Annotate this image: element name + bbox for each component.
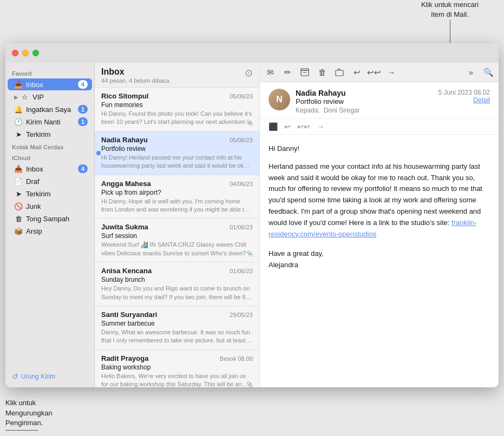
sidebar-item-icloud-inbox[interactable]: 📥 Inbox 4 [8, 163, 92, 175]
title-bar [5, 43, 499, 63]
archive-icon: 📦 [14, 227, 23, 235]
mail-preview: Hey Danny, Do you and Rigo want to come … [101, 285, 253, 301]
vip-chevron: ▶ [14, 94, 18, 100]
inbox-badge: 4 [78, 80, 88, 89]
mail-item[interactable]: Juwita Sukma 01/06/23 Surf session Weeke… [95, 219, 259, 262]
sidebar-sent-label: Terkirim [26, 130, 88, 138]
reply-all-icon[interactable]: ↩↩ [369, 68, 379, 77]
icloud-inbox-badge: 4 [78, 164, 88, 173]
mail-sender: Radit Prayoga [101, 354, 148, 362]
archive-toolbar-icon[interactable] [300, 68, 310, 77]
mini-forward-icon[interactable]: → [317, 122, 324, 131]
mini-reply-icon[interactable]: ↩ [284, 122, 291, 131]
filter-button[interactable]: ⊙ [245, 67, 253, 79]
svg-rect-3 [336, 70, 343, 76]
sidebar-item-archive[interactable]: 📦 Arsip [8, 225, 92, 237]
sidebar-item-sent[interactable]: ➤ Terkirim [8, 128, 92, 140]
mail-list-title: Inbox [101, 67, 169, 77]
fullscreen-button[interactable] [32, 50, 39, 56]
more-icon[interactable]: » [466, 68, 476, 77]
sidebar-item-icloud-draft[interactable]: 📄 Draf [8, 175, 92, 187]
mail-list-subtitle: 44 pesan, 4 belum dibaca [101, 77, 169, 84]
minimize-button[interactable] [22, 50, 29, 56]
mail-subject: Sunday brunch [101, 276, 253, 283]
sidebar-trash-label: Tong Sampah [26, 215, 88, 223]
sidebar: Favorit 📥 Inbox 4 ▶ ☆ VIP 🔔 Ingatkan Say… [5, 63, 95, 387]
reply-icon[interactable]: ↩ [352, 68, 362, 77]
forward-icon[interactable]: → [387, 68, 396, 77]
mail-item[interactable]: Rico Sitompul 05/06/23 Fun memories Hi D… [95, 88, 259, 131]
sender-avatar: N [269, 89, 290, 110]
sidebar-archive-label: Arsip [26, 227, 88, 235]
sidebar-item-trash[interactable]: 🗑 Tong Sampah [8, 213, 92, 224]
sidebar-item-inbox[interactable]: 📥 Inbox 4 [8, 78, 92, 90]
sidebar-icloud-inbox-label: Inbox [26, 165, 78, 173]
close-button[interactable] [12, 50, 18, 56]
mail-item[interactable]: Radit Prayoga Besok 08.00 Baking worksho… [95, 350, 259, 387]
sidebar-item-vip[interactable]: ▶ ☆ VIP [8, 91, 92, 103]
mail-item[interactable]: Nadia Rahayu 05/06/23 Portfolio review H… [95, 131, 259, 175]
mail-sender: Nadia Rahayu [101, 136, 148, 144]
body-greeting: Hi Danny! [269, 143, 490, 155]
mail-preview: Weekend Surf 🏄 IN SANTA CRUZ Glassy wave… [101, 241, 253, 257]
sidebar-item-junk[interactable]: 🚫 Junk [8, 200, 92, 212]
mail-list-header: Inbox 44 pesan, 4 belum dibaca ⊙ [95, 63, 259, 88]
sidebar-send-later-label: Kirim Nanti [26, 118, 78, 126]
mail-item-header: Angga Mahesa 04/06/23 [101, 180, 253, 188]
mail-preview: Hi Danny, Hope all is well with you. I'm… [101, 197, 253, 214]
trash-icon: 🗑 [14, 214, 23, 223]
mail-date: 04/06/23 [230, 181, 253, 187]
compose-icon[interactable]: ✏ [283, 68, 292, 77]
mail-item-header: Radit Prayoga Besok 08.00 [101, 354, 253, 362]
mail-date: 05/06/23 [230, 93, 253, 100]
icloud-sent-icon: ➤ [14, 189, 23, 198]
remind-badge: 1 [78, 105, 88, 114]
mini-archive-icon[interactable]: ⬛ [269, 122, 278, 131]
attachment-icon: 📎 [246, 120, 253, 125]
mail-header-section: N Nadia Rahayu Portfolio review Kepada: … [260, 82, 499, 119]
mail-header-info: Nadia Rahayu Portfolio review Kepada: Do… [296, 89, 433, 114]
icloud-inbox-icon: 📥 [14, 164, 23, 173]
mail-item[interactable]: Santi Suryandari 29/05/23 Summer barbecu… [95, 306, 259, 350]
mail-date: 29/05/23 [230, 312, 253, 318]
detail-date: 5 Juni 2023 08.02 [438, 89, 490, 96]
svg-rect-0 [301, 70, 309, 76]
mail-subject: Baking workshop [101, 364, 253, 371]
draft-icon: 📄 [14, 177, 23, 186]
mail-detail: ✉ ✏ 🗑 ↩ ↩↩ → » 🔍 N [260, 63, 499, 387]
traffic-lights [12, 50, 39, 56]
delete-icon[interactable]: 🗑 [317, 68, 327, 77]
mini-toolbar: ⬛ ↩ ↩↩ → [260, 119, 499, 135]
undo-send-button[interactable]: ↺ Urung Kirim [12, 372, 88, 381]
send-later-icon: 🕐 [14, 117, 23, 126]
mail-item-header: Santi Suryandari 29/05/23 [101, 311, 253, 319]
detail-sender-name: Nadia Rahayu [296, 89, 433, 97]
body-paragraph: Herland passed me your contact info at h… [269, 161, 490, 240]
sidebar-item-remind[interactable]: 🔔 Ingatkan Saya 1 [8, 103, 92, 115]
mail-sender: Angga Mahesa [101, 180, 151, 188]
svg-rect-1 [301, 69, 309, 70]
mail-items: Rico Sitompul 05/06/23 Fun memories Hi D… [95, 88, 259, 387]
mini-reply-all-icon[interactable]: ↩↩ [297, 122, 310, 131]
callout-bottom-left: Klik untuk Mengurungkan Pengiriman. [5, 398, 103, 431]
new-message-icon[interactable]: ✉ [265, 68, 275, 77]
move-icon[interactable] [335, 68, 344, 77]
mail-subject: Portfolio review [101, 145, 253, 153]
mail-item[interactable]: Angga Mahesa 04/06/23 Pick up from airpo… [95, 175, 259, 219]
search-icon[interactable]: 🔍 [483, 68, 493, 77]
mail-item-header: Nadia Rahayu 05/06/23 [101, 136, 253, 144]
mail-item[interactable]: Anisa Kencana 01/06/23 Sunday brunch Hey… [95, 262, 259, 306]
star-icon: ☆ [21, 93, 29, 101]
sidebar-item-send-later[interactable]: 🕐 Kirim Nanti 1 [8, 116, 92, 128]
detail-to: Kepada: Doni Siregar [296, 107, 433, 114]
mail-sender: Rico Sitompul [101, 92, 148, 100]
mail-sender: Anisa Kencana [101, 267, 152, 275]
detail-link[interactable]: Detail [438, 96, 490, 104]
mail-sender: Santi Suryandari [101, 311, 157, 319]
mail-preview: Hi Danny! Herland passed me your contact… [101, 154, 253, 170]
favorites-section-label: Favorit [5, 67, 94, 78]
sidebar-remind-label: Ingatkan Saya [26, 105, 78, 114]
mail-date: Besok 08.00 [220, 355, 253, 362]
sidebar-item-icloud-sent[interactable]: ➤ Terkirim [8, 188, 92, 200]
unread-indicator [96, 151, 101, 155]
